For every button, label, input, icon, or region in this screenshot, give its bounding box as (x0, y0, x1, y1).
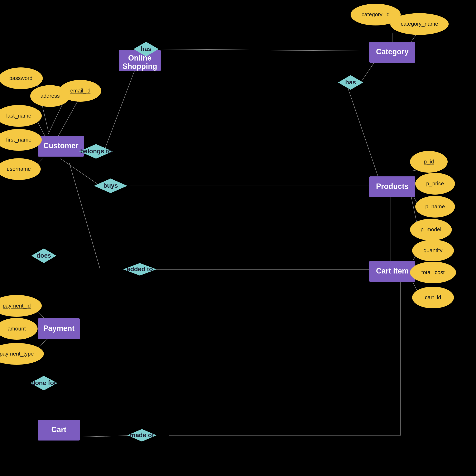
attr-payment-id: payment_id (0, 295, 42, 317)
rel-belongs-to-label: belongs to (80, 148, 112, 155)
entity-cart-item: Cart Item (369, 261, 415, 282)
rel-does: does (31, 248, 56, 263)
rel-does-label: does (36, 252, 51, 259)
svg-line-13 (347, 87, 380, 182)
attr-p-price-label: p_price (426, 180, 444, 187)
attr-category-name: category_name (390, 13, 449, 35)
entity-cart-label: Cart (51, 425, 66, 434)
attr-last-name-label: last_name (6, 112, 31, 119)
entity-online-shopping-label-2: Shopping (122, 62, 157, 71)
entity-products: Products (369, 176, 415, 197)
attr-p-model-label: p_model (421, 226, 441, 232)
attr-address-label: address (40, 93, 60, 99)
attr-payment-type-label: payment_type (0, 351, 34, 357)
attr-quantity-label: quantity (424, 247, 442, 253)
attr-cart-id-label: cart_id (425, 294, 441, 300)
attr-p-id: p_id (410, 151, 448, 173)
rel-has-category-label: has (141, 45, 152, 52)
attr-p-price: p_price (415, 173, 455, 194)
rel-added-to: added to (123, 263, 156, 276)
attr-last-name: last_name (0, 105, 42, 127)
attr-total-cost-label: total_cost (421, 269, 445, 275)
attr-password: password (0, 68, 43, 89)
svg-line-7 (104, 68, 136, 150)
attr-first-name-label: first_name (6, 137, 31, 143)
entity-cart: Cart (38, 420, 80, 441)
attr-total-cost: total_cost (410, 262, 456, 283)
svg-line-11 (162, 49, 380, 51)
entity-customer: Customer (38, 136, 84, 157)
rel-added-to-label: added to (127, 265, 153, 272)
rel-made-of-label: made of (130, 432, 154, 439)
er-diagram: Customer Products Category Cart Item Pay… (0, 0, 476, 476)
svg-line-27 (36, 338, 49, 349)
rel-made-of: made of (127, 429, 156, 441)
attr-p-id-label: p_id (424, 159, 434, 165)
entity-customer-label: Customer (43, 141, 78, 150)
svg-line-8 (61, 159, 100, 186)
rel-belongs-to: belongs to (79, 144, 113, 159)
entity-online-shopping: Online Shopping (119, 50, 161, 71)
entity-cart-item-label: Cart Item (376, 267, 408, 275)
entity-payment-label: Payment (43, 324, 74, 333)
entity-payment: Payment (38, 318, 80, 339)
attr-email-id-label: email_id (70, 88, 91, 94)
attr-username-label: username (7, 166, 31, 172)
svg-line-36 (69, 163, 100, 269)
attr-category-id-label: category_id (362, 11, 390, 18)
attr-quantity: quantity (412, 240, 454, 261)
rel-done-for: done for (30, 376, 57, 390)
rel-buys: buys (94, 178, 127, 193)
svg-line-19 (411, 196, 417, 226)
rel-buys-label: buys (103, 182, 118, 189)
attr-payment-id-label: payment_id (3, 302, 31, 309)
entity-category-label: Category (376, 47, 408, 56)
attr-password-label: password (9, 75, 32, 81)
attr-category-name-label: category_name (401, 21, 438, 27)
attr-first-name: first_name (0, 129, 42, 151)
rel-done-for-label: done for (31, 379, 56, 386)
attr-p-name: p_name (415, 196, 455, 218)
attr-p-model: p_model (410, 219, 452, 241)
rel-has-products: has (338, 75, 363, 90)
entity-products-label: Products (376, 182, 408, 191)
attr-amount: amount (0, 318, 37, 340)
attr-cart-id: cart_id (412, 287, 454, 308)
attr-email-id: email_id (59, 80, 101, 102)
attr-payment-type: payment_type (0, 343, 44, 365)
attr-username: username (0, 158, 41, 180)
attr-p-name-label: p_name (425, 203, 445, 210)
entity-category: Category (369, 42, 415, 63)
attr-amount-label: amount (8, 325, 26, 332)
rel-has-products-label: has (345, 79, 356, 86)
